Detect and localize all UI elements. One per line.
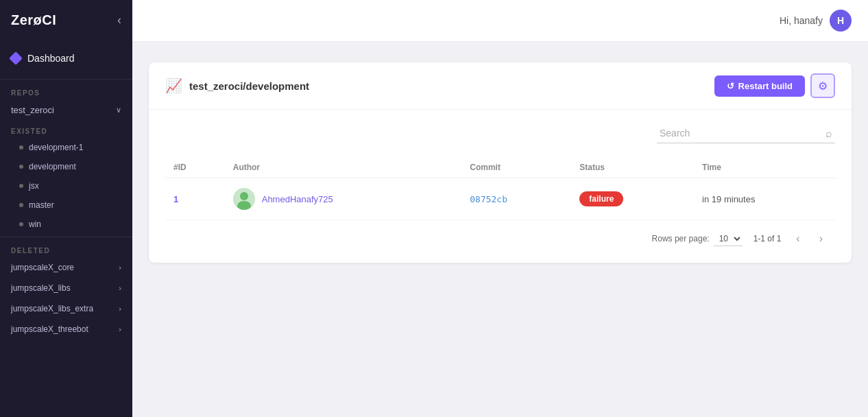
dashboard-label: Dashboard [27, 53, 75, 64]
greeting-text: Hi, hanafy [780, 15, 823, 26]
branch-dot-icon [19, 222, 23, 226]
cell-id: 1 [165, 178, 225, 220]
deleted-section-label: DELETED [0, 240, 132, 257]
col-commit: Commit [461, 157, 571, 178]
repo-info: 📈 test_zeroci/development [165, 78, 309, 94]
search-row: ⌕ [165, 123, 835, 143]
existed-section-label: EXISTED [0, 121, 132, 138]
table-header-row: #ID Author Commit Status Time [165, 157, 835, 178]
pagination-row: Rows per page: 10 25 50 1-1 of 1 ‹ › [165, 220, 835, 249]
build-id-link[interactable]: 1 [173, 194, 178, 204]
chevron-right-icon: › [119, 263, 121, 272]
prev-page-button[interactable]: ‹ [792, 231, 804, 246]
deleted-repo-label: jumpscaleX_threebot [11, 324, 88, 334]
rows-per-page-select[interactable]: 10 25 50 [714, 232, 743, 246]
sidebar-item-jumpscalex-libs-extra[interactable]: jumpscaleX_libs_extra › [0, 298, 132, 319]
topbar: Hi, hanafy H [132, 0, 868, 42]
user-info: Hi, hanafy H [780, 10, 852, 32]
chevron-right-icon: › [119, 305, 121, 313]
restart-label: Restart build [738, 81, 793, 91]
svg-point-1 [240, 192, 248, 200]
chevron-right-icon: › [119, 284, 121, 292]
page-body: 📈 test_zeroci/development ↺ Restart buil… [132, 42, 868, 283]
branch-label: win [29, 219, 41, 229]
rows-per-page: Rows per page: 10 25 50 [652, 232, 743, 246]
repo-title: test_zeroci/development [189, 80, 309, 92]
search-icon: ⌕ [825, 128, 832, 140]
branch-dot-icon [19, 203, 23, 207]
search-wrapper: ⌕ [657, 123, 835, 143]
table-row: 1 [165, 178, 835, 220]
branch-dot-icon [19, 184, 23, 188]
next-page-button[interactable]: › [815, 231, 827, 246]
build-card-header: 📈 test_zeroci/development ↺ Restart buil… [149, 62, 852, 110]
sidebar-item-test-zeroci[interactable]: test_zeroci ∨ [0, 99, 132, 121]
branch-label: development-1 [29, 143, 83, 152]
time-value: in 19 minutes [702, 194, 755, 204]
avatar: H [830, 10, 852, 32]
repo-chart-icon: 📈 [165, 78, 182, 94]
branch-dot-icon [19, 165, 23, 169]
username: hanafy [794, 15, 823, 26]
sidebar-toggle-button[interactable]: ‹ [117, 13, 121, 27]
author-avatar [233, 188, 255, 210]
sidebar-item-win[interactable]: win [0, 215, 132, 234]
sidebar-item-development-1[interactable]: development-1 [0, 138, 132, 157]
col-status: Status [571, 157, 694, 178]
build-card: 📈 test_zeroci/development ↺ Restart buil… [149, 62, 852, 263]
cell-commit: 08752cb [461, 178, 571, 220]
commit-hash: 08752cb [470, 194, 507, 204]
branch-label: development [29, 162, 76, 171]
main-content: Hi, hanafy H 📈 test_zeroci/development ↺… [132, 0, 868, 417]
status-badge: failure [579, 191, 623, 206]
sidebar-item-jumpscalex-libs[interactable]: jumpscaleX_libs › [0, 278, 132, 298]
cell-time: in 19 minutes [694, 178, 835, 220]
author-avatar-img [233, 188, 255, 210]
chevron-right-icon: › [119, 325, 121, 333]
sidebar-item-dashboard[interactable]: Dashboard [0, 47, 132, 69]
sidebar-item-development[interactable]: development [0, 157, 132, 176]
logo: ZerøCI [11, 12, 56, 28]
divider [0, 79, 132, 80]
col-author: Author [225, 157, 462, 178]
author-cell: AhmedHanafy725 [233, 188, 454, 210]
header-actions: ↺ Restart build ⚙ [714, 73, 835, 98]
build-card-body: ⌕ #ID Author Commit Status Time [149, 110, 852, 263]
dashboard-section: Dashboard [0, 40, 132, 76]
repo-name: test_zeroci [11, 105, 54, 115]
sidebar-item-jsx[interactable]: jsx [0, 176, 132, 195]
cell-author: AhmedHanafy725 [225, 178, 462, 220]
sidebar-header: ZerøCI ‹ [0, 0, 132, 40]
restart-build-button[interactable]: ↺ Restart build [714, 75, 805, 97]
col-id: #ID [165, 157, 225, 178]
deleted-repo-label: jumpscaleX_core [11, 263, 74, 272]
rows-per-page-label: Rows per page: [652, 234, 710, 243]
builds-table: #ID Author Commit Status Time 1 [165, 157, 835, 220]
deleted-repo-label: jumpscaleX_libs [11, 283, 71, 293]
branch-label: jsx [29, 181, 39, 191]
page-info: 1-1 of 1 [754, 234, 782, 243]
branch-label: master [29, 200, 54, 210]
chevron-down-icon: ∨ [116, 106, 121, 115]
sidebar: ZerøCI ‹ Dashboard REPOS test_zeroci ∨ E… [0, 0, 132, 417]
author-name: AhmedHanafy725 [262, 194, 333, 204]
restart-icon: ↺ [727, 81, 734, 91]
sidebar-item-jumpscalex-threebot[interactable]: jumpscaleX_threebot › [0, 319, 132, 339]
repos-section-label: REPOS [0, 82, 132, 99]
dashboard-diamond-icon [9, 51, 23, 65]
sidebar-item-jumpscalex-core[interactable]: jumpscaleX_core › [0, 257, 132, 278]
cell-status: failure [571, 178, 694, 220]
search-input[interactable] [657, 123, 835, 143]
sidebar-item-master[interactable]: master [0, 195, 132, 215]
col-time: Time [694, 157, 835, 178]
branch-dot-icon [19, 145, 23, 150]
gear-icon: ⚙ [818, 80, 828, 93]
divider [0, 237, 132, 237]
deleted-repo-label: jumpscaleX_libs_extra [11, 304, 93, 313]
settings-button[interactable]: ⚙ [810, 73, 835, 98]
